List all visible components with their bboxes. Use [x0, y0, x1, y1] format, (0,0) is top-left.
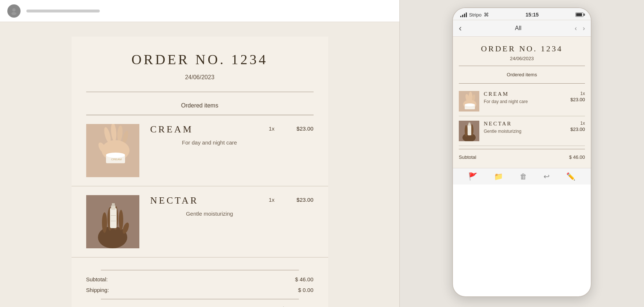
product-name-cream: CREAM — [150, 124, 269, 135]
signal-bar-4 — [466, 12, 467, 17]
product-desc-cream: For day and night care — [150, 139, 269, 147]
mobile-product-image-nectar — [459, 121, 479, 141]
mobile-product-right-cream: 1x $23.00 — [563, 91, 585, 102]
mobile-product-qty-cream: 1x — [580, 91, 585, 96]
email-body: ORDER NO. 1234 24/06/2023 Ordered items — [72, 37, 328, 307]
mobile-product-desc-cream: For day and night care — [484, 99, 559, 105]
product-price-nectar: $23.00 — [297, 197, 314, 203]
mobile-product-details-nectar: NECTAR Gentle moisturizing — [484, 121, 559, 135]
svg-text:CREAM: CREAM — [111, 158, 122, 161]
mobile-all-link[interactable]: All — [515, 25, 522, 32]
signal-bar-2 — [462, 15, 463, 17]
editor-toolbar — [0, 0, 399, 22]
mobile-product-name-nectar: NECTAR — [484, 121, 559, 127]
mobile-product-qty-nectar: 1x — [580, 121, 585, 126]
product-desc-nectar: Gentle moisturizing — [150, 210, 269, 218]
total-value: $ 46.00 — [282, 305, 314, 307]
folder-button[interactable]: 📁 — [494, 172, 503, 181]
total-label: TOTAL — [86, 305, 119, 307]
mobile-nav-bar: ‹ All ‹ › — [453, 20, 591, 37]
svg-point-15 — [102, 212, 107, 233]
flag-button[interactable]: 🚩 — [468, 172, 477, 181]
mobile-cream-thumbnail — [459, 91, 479, 112]
nectar-illustration — [86, 195, 139, 248]
product-image-cream: CREAM — [86, 124, 139, 177]
product-row-cream: CREAM CREAM For day and night care 1x $2… — [72, 115, 328, 186]
mobile-product-price-nectar: $23.00 — [570, 127, 585, 132]
totals-bottom-divider — [101, 299, 299, 299]
svg-point-18 — [119, 210, 123, 230]
user-avatar — [7, 4, 21, 18]
mobile-product-price-cream: $23.00 — [570, 97, 585, 102]
mobile-subtotal-value: $ 46.00 — [569, 154, 585, 160]
svg-rect-20 — [110, 208, 117, 228]
subtotal-label: Subtotal: — [86, 276, 108, 282]
mobile-items-divider — [459, 83, 585, 84]
shipping-row: Shipping: $ 0.00 — [86, 285, 314, 295]
mobile-product-row-cream: CREAM For day and night care 1x $23.00 — [459, 87, 585, 116]
carrier-name: Stripo — [469, 12, 482, 18]
svg-rect-23 — [111, 215, 116, 216]
mobile-preview-panel: Stripo ⌘ 15:15 ‹ All ‹ › ORDER NO. 1234 … — [400, 0, 644, 307]
grand-total-row: TOTAL $ 46.00 — [86, 303, 314, 307]
totals-top-divider — [101, 270, 299, 270]
wifi-icon: ⌘ — [484, 12, 489, 18]
product-info-nectar: NECTAR Gentle moisturizing 1x $23.00 — [150, 195, 314, 218]
header-divider — [86, 92, 314, 92]
mobile-subtotal-label: Subtotal — [459, 154, 476, 160]
product-qty-cream: 1x — [269, 125, 275, 132]
mobile-totals-divider — [459, 149, 585, 149]
email-editor-panel: ORDER NO. 1234 24/06/2023 Ordered items — [0, 0, 400, 307]
signal-bars-icon — [460, 12, 467, 17]
mobile-ordered-items-label: Ordered items — [459, 69, 585, 80]
svg-point-1 — [11, 12, 17, 15]
mobile-device: Stripo ⌘ 15:15 ‹ All ‹ › ORDER NO. 1234 … — [452, 7, 592, 297]
mobile-nectar-thumbnail — [459, 121, 479, 141]
subtotal-row: Subtotal: $ 46.00 — [86, 274, 314, 285]
reply-button[interactable]: ↩ — [544, 172, 550, 181]
mobile-product-desc-nectar: Gentle moisturizing — [484, 128, 559, 135]
mobile-status-bar: Stripo ⌘ 15:15 — [453, 8, 591, 20]
mobile-product-row-nectar: NECTAR Gentle moisturizing 1x $23.00 — [459, 116, 585, 146]
product-price-cream: $23.00 — [297, 125, 314, 132]
mobile-order-date: 24/06/2023 — [459, 56, 585, 61]
battery-icon — [575, 12, 583, 17]
shipping-label: Shipping: — [86, 287, 109, 293]
svg-point-10 — [106, 153, 125, 158]
product-details-cream: CREAM For day and night care — [150, 124, 269, 147]
product-image-nectar — [86, 195, 139, 248]
svg-point-35 — [465, 125, 468, 137]
order-title: ORDER NO. 1234 — [72, 37, 328, 71]
product-qty-nectar: 1x — [269, 197, 275, 203]
mobile-product-name-cream: CREAM — [484, 91, 559, 97]
mobile-subtotal-row: Subtotal $ 46.00 — [459, 152, 585, 161]
mobile-prev-arrow[interactable]: ‹ — [575, 25, 577, 32]
product-row-nectar: NECTAR Gentle moisturizing 1x $23.00 — [72, 186, 328, 257]
mobile-order-title: ORDER NO. 1234 — [459, 44, 585, 54]
svg-point-0 — [12, 8, 16, 11]
mobile-product-right-nectar: 1x $23.00 — [563, 121, 585, 132]
mobile-back-button[interactable]: ‹ — [459, 23, 462, 33]
signal-bar-1 — [460, 16, 461, 17]
cream-illustration: CREAM — [86, 124, 139, 177]
mobile-signal-info: Stripo ⌘ — [460, 12, 489, 18]
order-date: 24/06/2023 — [72, 71, 328, 88]
mobile-email-body: ORDER NO. 1234 24/06/2023 Ordered items — [453, 37, 591, 168]
mobile-bottom-bar: 🚩 📁 🗑 ↩ ✏️ — [453, 168, 591, 184]
ordered-items-label: Ordered items — [72, 96, 328, 115]
mobile-header-divider — [459, 66, 585, 66]
mobile-product-details-cream: CREAM For day and night care — [484, 91, 559, 105]
subtotal-value: $ 46.00 — [295, 276, 313, 282]
product-details-nectar: NECTAR Gentle moisturizing — [150, 195, 269, 218]
mobile-nav-arrows: ‹ › — [575, 25, 585, 32]
totals-section: Subtotal: $ 46.00 Shipping: $ 0.00 TOTAL… — [72, 257, 328, 307]
svg-point-32 — [465, 103, 475, 106]
compose-button[interactable]: ✏️ — [566, 172, 575, 181]
svg-rect-40 — [469, 123, 471, 124]
mobile-time: 15:15 — [526, 12, 539, 18]
product-name-nectar: NECTAR — [150, 195, 269, 206]
delete-button[interactable]: 🗑 — [520, 172, 527, 181]
mobile-next-arrow[interactable]: › — [583, 25, 585, 32]
toolbar-placeholder — [26, 10, 100, 12]
signal-bar-3 — [464, 14, 465, 17]
